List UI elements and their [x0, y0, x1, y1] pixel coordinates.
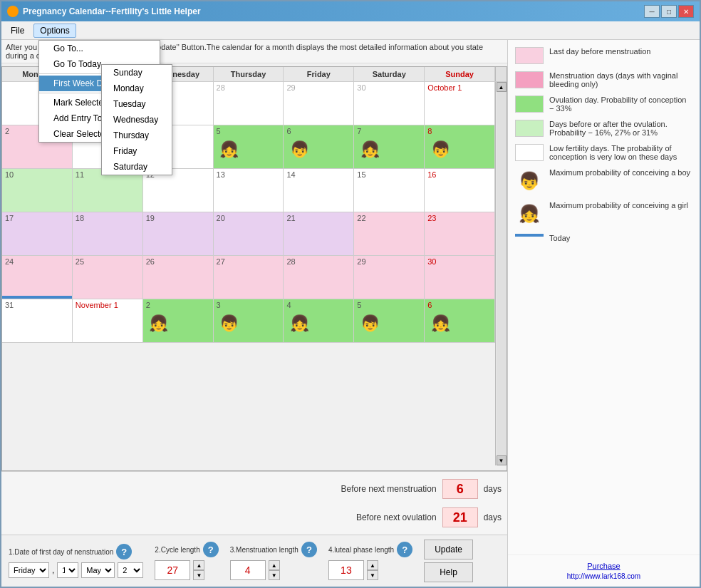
cell-w5-wed[interactable]: 26 [143, 256, 214, 299]
legend-ovulation: Ovulation day. Probability of conception… [515, 96, 692, 113]
submenu-wednesday[interactable]: Wednesday [102, 112, 172, 128]
cycle-up[interactable]: ▲ [193, 560, 204, 570]
submenu-thursday[interactable]: Thursday [102, 128, 172, 143]
cell-w3-mon[interactable]: 10 [2, 169, 73, 212]
day-19: 19 [146, 214, 210, 222]
update-button[interactable]: Update [424, 540, 473, 559]
cell-w6-mon[interactable]: 31 [2, 299, 73, 342]
cell-w1-sun[interactable]: October 1 [425, 82, 495, 125]
menu-options[interactable]: Options [33, 24, 76, 38]
cell-w2-fri[interactable]: 6 👦 [284, 125, 354, 168]
maximize-button[interactable]: □ [661, 5, 677, 18]
swatch-menstruation [515, 71, 544, 88]
purchase-url[interactable]: http://www.lark168.com [567, 572, 640, 580]
cell-w1-fri[interactable]: 29 [284, 82, 354, 125]
cell-w6-wed[interactable]: 2 👧 [143, 299, 214, 342]
submenu-sunday[interactable]: Sunday [102, 65, 172, 81]
luteal-down[interactable]: ▼ [367, 570, 378, 580]
menu-file[interactable]: File [4, 24, 31, 38]
scroll-up[interactable]: ▲ [497, 82, 507, 92]
submenu-saturday[interactable]: Saturday [102, 159, 172, 175]
close-button[interactable]: ✕ [678, 5, 694, 18]
year-select[interactable]: 2 [118, 562, 143, 578]
day-nov4: 4 [286, 301, 350, 309]
cell-w4-fri[interactable]: 21 [284, 212, 354, 255]
mens-up[interactable]: ▲ [269, 560, 280, 570]
cycle-input[interactable] [155, 560, 190, 580]
cell-w5-mon[interactable]: 24 [2, 256, 73, 299]
submenu-tuesday[interactable]: Tuesday [102, 96, 172, 112]
mens-input[interactable] [230, 560, 266, 580]
day-select[interactable]: Friday [9, 562, 49, 578]
cell-w4-sat[interactable]: 22 [354, 212, 425, 255]
cell-w6-tue[interactable]: November 1 [73, 299, 143, 342]
cell-w3-sun[interactable]: 16 [425, 169, 495, 212]
luteal-input[interactable] [328, 560, 364, 580]
stat-ov-label: Before next ovulation [356, 512, 437, 522]
cell-w2-sat[interactable]: 7 👧 [354, 125, 425, 168]
label-cycle: 2.Cycle length [155, 546, 199, 554]
cell-w5-sun[interactable]: 30 [425, 256, 495, 299]
main-window: Pregnancy Calendar--Fertility's Little H… [0, 0, 701, 588]
cycle-down[interactable]: ▼ [193, 570, 204, 580]
purchase-link[interactable]: Purchase [587, 562, 620, 570]
today-line-icon [515, 234, 544, 237]
title-buttons: ─ □ ✕ [644, 5, 694, 18]
help-btn-3[interactable]: ? [301, 542, 317, 557]
cell-w1-thu[interactable]: 28 [214, 82, 284, 125]
cell-w3-thu[interactable]: 13 [214, 169, 284, 212]
cell-w3-wed[interactable]: 12 [143, 169, 214, 212]
dropdown-item-goto[interactable]: Go To... [39, 41, 160, 56]
help-btn-1[interactable]: ? [116, 544, 132, 559]
boy-face-icon: 👦 [515, 168, 544, 194]
scroll-down[interactable]: ▼ [497, 455, 507, 465]
mens-down[interactable]: ▼ [269, 570, 280, 580]
cell-w2-sun[interactable]: 8 👦 [425, 125, 495, 168]
scrollbar[interactable]: ▲ ▼ [495, 82, 507, 465]
cycle-spinner: ▲ ▼ [193, 560, 204, 580]
day-nov3: 3 [217, 301, 281, 309]
day-nov1: November 1 [76, 301, 140, 309]
minimize-button[interactable]: ─ [644, 5, 660, 18]
cell-w4-wed[interactable]: 19 [143, 212, 214, 255]
day-31: 31 [5, 301, 69, 309]
day-30b: 30 [427, 257, 492, 266]
cell-w6-sat[interactable]: 5 👦 [354, 299, 425, 342]
submenu-friday[interactable]: Friday [102, 143, 172, 159]
cell-w5-tue[interactable]: 25 [73, 256, 143, 299]
cell-w4-sun[interactable]: 23 [425, 212, 495, 255]
day-15: 15 [357, 170, 421, 179]
date-input-row: Friday , 13 May 2 [9, 562, 143, 578]
cell-w4-thu[interactable]: 20 [214, 212, 284, 255]
cell-w3-sat[interactable]: 15 [354, 169, 425, 212]
cell-w5-sat[interactable]: 29 [354, 256, 425, 299]
day-13: 13 [217, 170, 281, 179]
cell-w4-mon[interactable]: 17 [2, 212, 73, 255]
luteal-spinner: ▲ ▼ [367, 560, 378, 580]
cell-w1-sat[interactable]: 30 [354, 82, 425, 125]
month-select[interactable]: May [81, 562, 115, 578]
cell-w4-tue[interactable]: 18 [73, 212, 143, 255]
legend-today-text: Today [549, 234, 570, 242]
legend-area: Last day before menstruation Menstruatio… [508, 40, 700, 555]
cell-w6-thu[interactable]: 3 👦 [214, 299, 284, 342]
cell-w6-sun[interactable]: 6 👧 [425, 299, 495, 342]
face-girl-5: 👧 [217, 137, 242, 163]
swatch-before-after [515, 120, 544, 137]
input-group-4: 4.luteal phase length ? ▲ ▼ [328, 542, 412, 580]
cell-w2-thu[interactable]: 5 👧 [214, 125, 284, 168]
day-29b: 29 [357, 257, 421, 266]
luteal-up[interactable]: ▲ [367, 560, 378, 570]
cell-w6-fri[interactable]: 4 👧 [284, 299, 354, 342]
help-btn-4[interactable]: ? [397, 542, 412, 557]
cell-w5-thu[interactable]: 27 [214, 256, 284, 299]
submenu-monday[interactable]: Monday [102, 81, 172, 96]
mens-spinner: ▲ ▼ [269, 560, 280, 580]
date-select[interactable]: 13 [57, 562, 78, 578]
help-btn-2[interactable]: ? [203, 542, 219, 557]
cell-w5-fri[interactable]: 28 [284, 256, 354, 299]
cell-w3-fri[interactable]: 14 [284, 169, 354, 212]
help-button[interactable]: Help [424, 562, 473, 582]
cell-w3-tue[interactable]: 11 [73, 169, 143, 212]
day-oct1: October 1 [427, 83, 492, 92]
